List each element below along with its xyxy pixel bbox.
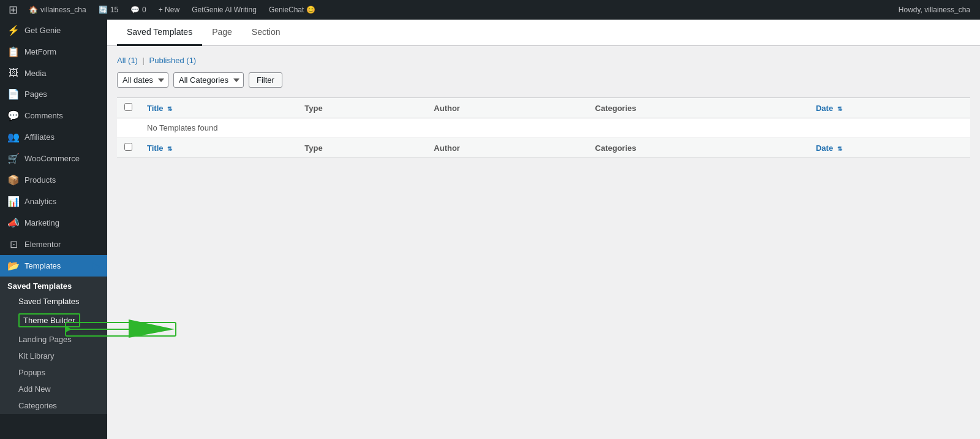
header-type-col: Type <box>297 98 426 118</box>
tab-saved-templates[interactable]: Saved Templates <box>117 20 202 46</box>
dates-select[interactable]: All dates <box>117 72 168 88</box>
update-count-link[interactable]: 🔄 15 <box>94 0 123 20</box>
comment-icon: 💬 <box>130 6 140 14</box>
main-layout: ⚡ Get Genie 📋 MetForm 🖼 Media 📄 Pages 💬 … <box>0 20 980 439</box>
categories-select[interactable]: All Categories <box>173 72 244 88</box>
sidebar-item-elementor[interactable]: ⊡ Elementor <box>0 234 107 255</box>
sidebar-item-comments[interactable]: 💬 Comments <box>0 105 107 126</box>
getgenie-link[interactable]: GetGenie AI Writing <box>187 0 262 20</box>
affiliates-icon: 👥 <box>7 131 20 143</box>
comments-link[interactable]: 💬 0 <box>126 0 151 20</box>
sidebar-item-analytics[interactable]: 📊 Analytics <box>0 191 107 212</box>
marketing-icon: 📣 <box>7 217 20 229</box>
sidebar-item-templates[interactable]: 📂 Templates ▶ <box>0 255 107 277</box>
templates-icon: 📂 <box>7 260 20 272</box>
elementor-icon: ⊡ <box>7 239 20 250</box>
sidebar: ⚡ Get Genie 📋 MetForm 🖼 Media 📄 Pages 💬 … <box>0 20 107 439</box>
theme-builder-highlight: Theme Builder <box>18 313 80 327</box>
header-categories-col: Categories <box>588 98 809 118</box>
pages-icon: 📄 <box>7 88 20 100</box>
sidebar-arrow-icon: ▶ <box>92 260 100 272</box>
header-title-col[interactable]: Title ⇅ <box>140 98 297 118</box>
submenu-item-theme-builder[interactable]: Theme Builder <box>0 310 107 331</box>
sidebar-item-products[interactable]: 📦 Products <box>0 169 107 191</box>
admin-bar-right: Howdy, villainess_cha <box>894 6 975 14</box>
no-templates-row: No Templates found <box>117 118 970 138</box>
tab-section[interactable]: Section <box>242 20 290 46</box>
submenu-item-kit-library[interactable]: Kit Library <box>0 348 107 364</box>
footer-categories-col: Categories <box>588 138 809 158</box>
footer-type-col: Type <box>297 138 426 158</box>
media-icon: 🖼 <box>7 67 20 78</box>
house-icon: 🏠 <box>29 6 38 14</box>
admin-bar: ⊞ 🏠 villainess_cha 🔄 15 💬 0 + New GetGen… <box>0 0 980 20</box>
date-sort-icon: ⇅ <box>837 105 842 112</box>
sidebar-item-pages[interactable]: 📄 Pages <box>0 83 107 105</box>
table-header-row: Title ⇅ Type Author Categories <box>117 98 970 118</box>
sidebar-item-marketing[interactable]: 📣 Marketing <box>0 212 107 234</box>
templates-submenu: Saved Templates Saved Templates Theme Bu… <box>0 277 107 414</box>
products-icon: 📦 <box>7 174 20 186</box>
title-sort-icon: ⇅ <box>167 105 172 112</box>
filter-separator: | <box>143 56 145 65</box>
no-templates-checkbox-cell <box>117 118 140 138</box>
content-area: All (1) | Published (1) All dates All Ca… <box>107 46 980 436</box>
submenu-item-landing-pages[interactable]: Landing Pages <box>0 331 107 348</box>
select-all-footer-checkbox[interactable] <box>124 143 132 151</box>
geniechat-link[interactable]: GenieChat 😊 <box>264 0 320 20</box>
update-icon: 🔄 <box>99 6 108 14</box>
footer-checkbox-col <box>117 138 140 158</box>
sidebar-item-media[interactable]: 🖼 Media <box>0 63 107 83</box>
footer-title-sort-icon: ⇅ <box>167 145 172 152</box>
submenu-title: Saved Templates <box>0 277 107 293</box>
all-filter-link[interactable]: All (1) <box>117 56 138 65</box>
footer-title-col[interactable]: Title ⇅ <box>140 138 297 158</box>
footer-date-sort-icon: ⇅ <box>837 145 842 152</box>
select-all-checkbox[interactable] <box>124 103 132 111</box>
table-footer-row: Title ⇅ Type Author Categories <box>117 138 970 158</box>
metform-icon: 📋 <box>7 46 20 58</box>
submenu-item-add-new[interactable]: Add New <box>0 381 107 397</box>
get-genie-icon: ⚡ <box>7 25 20 36</box>
header-checkbox-col <box>117 98 140 118</box>
analytics-icon: 📊 <box>7 196 20 207</box>
submenu-item-categories[interactable]: Categories <box>0 397 107 414</box>
no-templates-message: No Templates found <box>140 118 970 138</box>
sidebar-item-get-genie[interactable]: ⚡ Get Genie <box>0 20 107 41</box>
geniechat-icon: 😊 <box>306 6 315 14</box>
filter-button[interactable]: Filter <box>249 72 282 88</box>
sidebar-item-woocommerce[interactable]: 🛒 WooCommerce <box>0 148 107 169</box>
woocommerce-icon: 🛒 <box>7 153 20 164</box>
filter-bar: All dates All Categories Filter <box>117 72 970 88</box>
tabs-bar: Saved Templates Page Section <box>107 20 980 46</box>
filter-links: All (1) | Published (1) <box>117 56 970 65</box>
wp-logo-icon[interactable]: ⊞ <box>5 3 21 17</box>
footer-author-col: Author <box>426 138 587 158</box>
published-filter-link[interactable]: Published (1) <box>149 56 197 65</box>
admin-bar-left: ⊞ 🏠 villainess_cha 🔄 15 💬 0 + New GetGen… <box>5 0 894 20</box>
sidebar-item-affiliates[interactable]: 👥 Affiliates <box>0 126 107 148</box>
header-author-col: Author <box>426 98 587 118</box>
comments-icon: 💬 <box>7 110 20 121</box>
new-link[interactable]: + New <box>154 0 184 20</box>
sidebar-item-metform[interactable]: 📋 MetForm <box>0 41 107 63</box>
header-date-col[interactable]: Date ⇅ <box>809 98 970 118</box>
templates-table: Title ⇅ Type Author Categories <box>117 97 970 158</box>
site-name-link[interactable]: 🏠 villainess_cha <box>24 0 91 20</box>
submenu-item-popups[interactable]: Popups <box>0 364 107 381</box>
main-content: Saved Templates Page Section All (1) | P… <box>107 20 980 439</box>
footer-date-col[interactable]: Date ⇅ <box>809 138 970 158</box>
submenu-item-saved-templates[interactable]: Saved Templates <box>0 293 107 310</box>
tab-page[interactable]: Page <box>202 20 242 46</box>
